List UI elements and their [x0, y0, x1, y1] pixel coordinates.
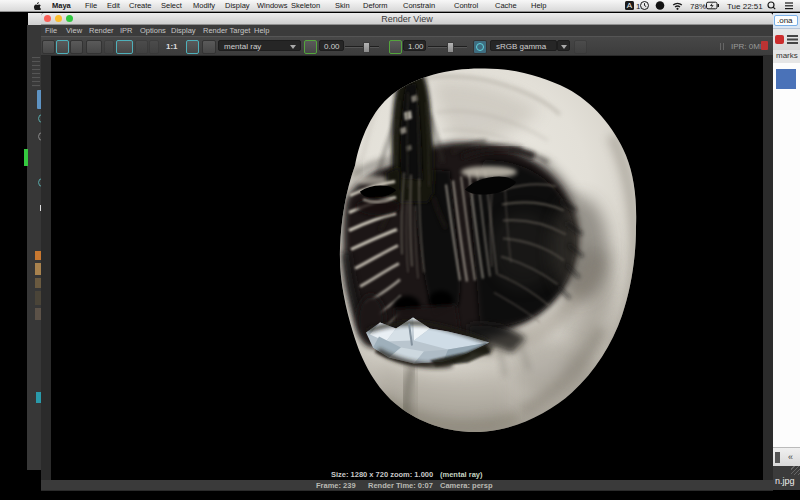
- svg-text:78%: 78%: [690, 2, 706, 11]
- svg-text:A: A: [627, 1, 633, 10]
- svg-text:Tue 22:51: Tue 22:51: [727, 2, 763, 11]
